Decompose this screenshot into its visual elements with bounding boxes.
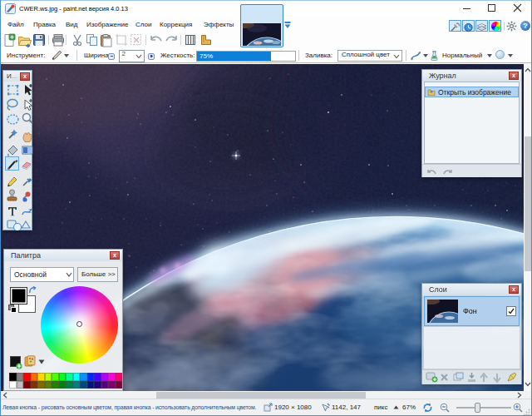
svg-text:2: 2 <box>28 208 32 214</box>
